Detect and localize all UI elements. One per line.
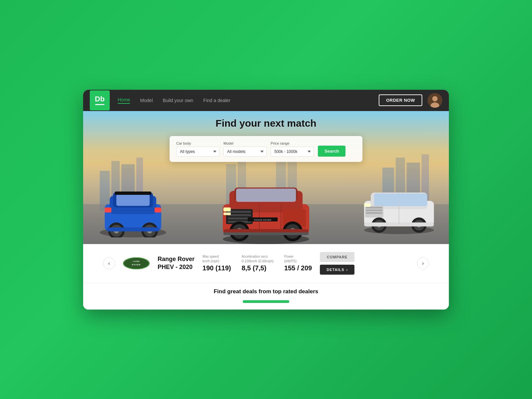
- svg-rect-22: [105, 207, 111, 212]
- logo[interactable]: Db: [90, 90, 110, 110]
- car-body-group: Car body All types: [176, 141, 219, 157]
- green-bar-decoration: [243, 300, 289, 303]
- white-car-svg: [359, 184, 439, 234]
- car-body-select[interactable]: All types: [176, 147, 219, 157]
- price-group: Price range 500k - 1000k: [271, 141, 314, 157]
- price-label: Price range: [271, 141, 314, 145]
- navbar: Db Home Model Build your own Find a deal…: [83, 90, 449, 111]
- car-name: Range Rover PHEV - 2020: [158, 255, 195, 271]
- land-rover-svg: LAND ROVER: [123, 257, 150, 269]
- svg-text:ROVER: ROVER: [132, 264, 141, 266]
- svg-rect-65: [364, 203, 371, 207]
- land-rover-logo: LAND ROVER: [123, 257, 150, 269]
- car-left-display: [96, 184, 170, 237]
- nav-build[interactable]: Build your own: [163, 98, 194, 103]
- red-car-svg: RANGE ROVER: [216, 178, 316, 244]
- model-label: Model: [223, 141, 267, 145]
- car-details: LAND ROVER Range Rover PHEV - 2020 Max s…: [115, 252, 417, 275]
- details-button[interactable]: DETAILS ›: [320, 265, 354, 275]
- next-button[interactable]: ›: [417, 257, 429, 269]
- spec-label-accel: Acceleration secs 0-100km/h (0-60mph): [242, 254, 274, 264]
- deals-title: Find great deals from top rated dealers: [83, 288, 449, 295]
- svg-rect-21: [116, 194, 150, 206]
- search-button[interactable]: Search: [318, 146, 345, 157]
- nav-home[interactable]: Home: [118, 97, 130, 104]
- price-select[interactable]: 500k - 1000k: [271, 147, 314, 157]
- svg-rect-62: [366, 207, 382, 208]
- search-form: Car body All types Model All models Pric…: [170, 136, 362, 162]
- svg-rect-39: [228, 214, 251, 216]
- model-group: Model All models: [223, 141, 267, 157]
- svg-rect-43: [223, 212, 231, 215]
- svg-rect-23: [155, 207, 161, 212]
- svg-rect-63: [366, 209, 382, 211]
- svg-text:RANGE ROVER: RANGE ROVER: [254, 219, 271, 221]
- spec-group: Max speed km/h (mph) 190 (119) Accelerat…: [202, 254, 312, 272]
- spec-value-power: 155 / 209: [284, 264, 312, 272]
- svg-rect-60: [374, 194, 427, 206]
- svg-rect-30: [106, 227, 160, 231]
- compare-button[interactable]: COMPARE: [320, 252, 354, 262]
- action-buttons: COMPARE DETAILS ›: [320, 252, 354, 275]
- car-name-block: Range Rover PHEV - 2020: [158, 255, 195, 271]
- car-info-section: ‹ LAND ROVER Range Rover PHEV - 2020: [83, 244, 449, 283]
- avatar-image: [428, 93, 442, 108]
- svg-rect-31: [115, 192, 151, 195]
- spec-value-speed: 190 (119): [202, 264, 231, 272]
- spec-max-speed: Max speed km/h (mph) 190 (119): [202, 254, 231, 272]
- blue-car-svg: [96, 184, 170, 237]
- svg-rect-64: [366, 212, 382, 214]
- car-brand: LAND ROVER: [123, 257, 150, 269]
- nav-dealer[interactable]: Find a dealer: [203, 98, 230, 103]
- svg-point-1: [432, 96, 438, 101]
- bottom-section: Find great deals from top rated dealers: [83, 283, 449, 310]
- hero-title: Find your next match: [83, 118, 449, 129]
- spec-label-speed: Max speed km/h (mph): [202, 254, 231, 264]
- prev-button[interactable]: ‹: [103, 257, 115, 269]
- nav-links: Home Model Build your own Find a dealer: [118, 97, 379, 104]
- car-body-label: Car body: [176, 141, 219, 145]
- spec-acceleration: Acceleration secs 0-100km/h (0-60mph) 8,…: [242, 254, 274, 272]
- spec-power: Power (kW/PS) 155 / 209: [284, 254, 312, 272]
- model-select[interactable]: All models: [223, 147, 267, 157]
- svg-rect-38: [228, 211, 251, 213]
- nav-right: ORDER NOW: [379, 93, 442, 108]
- hero-section: Find your next match Car body All types …: [83, 111, 449, 244]
- logo-text: Db: [95, 95, 104, 103]
- svg-rect-54: [223, 232, 309, 235]
- browser-window: Db Home Model Build your own Find a deal…: [83, 90, 449, 310]
- svg-rect-40: [228, 217, 251, 219]
- car-center-display: RANGE ROVER: [216, 178, 316, 244]
- nav-model[interactable]: Model: [140, 98, 153, 103]
- logo-underline: [95, 104, 104, 105]
- svg-rect-36: [236, 189, 296, 202]
- svg-rect-42: [223, 207, 231, 211]
- spec-label-power: Power (kW/PS): [284, 254, 312, 264]
- svg-text:LAND: LAND: [133, 260, 140, 262]
- spec-value-accel: 8,5 (7,5): [242, 264, 274, 272]
- svg-point-74: [124, 258, 149, 269]
- car-right-display: [359, 184, 439, 234]
- order-now-button[interactable]: ORDER NOW: [379, 94, 422, 106]
- avatar[interactable]: [428, 93, 442, 108]
